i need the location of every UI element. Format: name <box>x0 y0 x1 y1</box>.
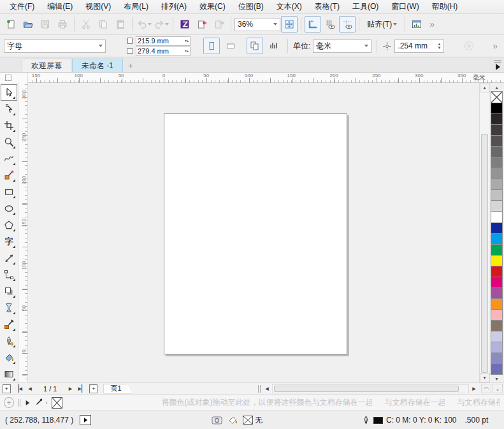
horizontal-ruler[interactable]: 毫米 15010050050100150200250300350 <box>28 73 504 83</box>
page-height-input[interactable]: 279.4 mm ▾▴ <box>136 47 191 56</box>
color-swatch[interactable] <box>491 353 502 364</box>
horizontal-scrollbar[interactable]: ◂ ▸ <box>258 384 479 393</box>
menu-item[interactable]: 视图(V) <box>80 0 117 13</box>
text-tool[interactable]: 字 <box>1 233 17 250</box>
add-button[interactable] <box>461 38 477 54</box>
spinner-arrows-icon[interactable]: ▲▼ <box>437 42 441 50</box>
page-width-input[interactable]: 215.9 mm ▾▴ <box>136 36 191 46</box>
color-swatch[interactable] <box>491 331 502 342</box>
shape-tool[interactable] <box>1 101 17 117</box>
document-no-color-swatch[interactable] <box>52 397 62 409</box>
scroll-down-button[interactable]: ▾ <box>480 373 490 382</box>
cut-button[interactable] <box>78 16 94 33</box>
import-button[interactable] <box>194 16 210 33</box>
menu-item[interactable]: 帮助(H) <box>426 0 464 13</box>
color-swatch[interactable] <box>491 342 502 353</box>
color-swatch[interactable] <box>491 190 502 201</box>
copy-button[interactable] <box>95 16 112 33</box>
transparency-tool[interactable] <box>1 300 17 316</box>
no-color-swatch[interactable] <box>491 92 502 103</box>
menu-item[interactable]: 文件(F) <box>4 0 40 13</box>
add-page-end-button[interactable]: + <box>89 384 97 393</box>
document-page[interactable] <box>164 113 347 354</box>
crop-tool[interactable] <box>1 117 17 134</box>
play-flyout-icon[interactable] <box>80 415 91 425</box>
color-swatch[interactable] <box>491 212 502 222</box>
splitter-handle-icon[interactable] <box>18 399 20 407</box>
all-pages-button[interactable] <box>247 38 263 54</box>
spinner-arrows-icon[interactable]: ▾▴ <box>185 49 189 53</box>
zoom-tool[interactable] <box>1 134 17 150</box>
horizontal-scrollbar-thumb[interactable] <box>274 386 459 392</box>
scroll-right-button[interactable]: ▸ <box>469 384 479 393</box>
tab-untitled-1[interactable]: 未命名 -1 <box>72 59 123 72</box>
undo-button[interactable] <box>136 16 152 33</box>
open-button[interactable] <box>20 16 36 33</box>
pan-icon[interactable]: ◠ <box>481 384 491 393</box>
rectangle-tool[interactable] <box>1 184 17 200</box>
scroll-up-button[interactable]: ▴ <box>480 83 490 92</box>
horizontal-scrollbar-track[interactable] <box>272 384 469 393</box>
color-swatch[interactable] <box>491 364 502 374</box>
color-swatch[interactable] <box>491 168 502 179</box>
landscape-button[interactable] <box>222 38 239 54</box>
fill-status-icon[interactable] <box>227 415 238 425</box>
color-swatch[interactable] <box>491 234 502 245</box>
last-page-button[interactable]: ▸▏ <box>77 384 87 393</box>
menu-item[interactable]: 效果(C) <box>194 0 231 13</box>
menu-item[interactable]: 位图(B) <box>233 0 270 13</box>
page-preset-combo[interactable]: 字母 <box>4 40 106 53</box>
chevron-down-icon[interactable]: ⌄ <box>493 384 503 393</box>
interactive-fill-tool[interactable] <box>1 366 17 382</box>
drag-handle-icon[interactable] <box>494 62 501 63</box>
color-swatch[interactable] <box>491 310 502 321</box>
color-swatch[interactable] <box>491 321 502 331</box>
redo-dropdown-arrow[interactable] <box>165 23 169 25</box>
color-swatch[interactable] <box>491 201 502 212</box>
undo-dropdown-arrow[interactable] <box>148 23 152 25</box>
docker-expand-icon[interactable] <box>496 64 500 70</box>
vertical-scrollbar-thumb[interactable] <box>481 134 488 373</box>
collapse-arrow-icon[interactable]: ‹ <box>46 399 48 406</box>
rulers-toggle-button[interactable] <box>305 16 321 33</box>
zoom-level-combo[interactable]: 36% <box>234 18 280 31</box>
color-swatch[interactable] <box>491 223 502 234</box>
new-document-button[interactable] <box>3 16 19 33</box>
plus-circle-icon[interactable]: + <box>4 397 14 408</box>
connector-tool[interactable] <box>1 266 17 283</box>
color-eyedropper-tool[interactable] <box>1 316 17 333</box>
eyedropper-icon[interactable] <box>34 398 42 407</box>
palette-scroll-up-button[interactable]: ▴ <box>491 84 503 91</box>
first-page-button[interactable]: ▕◂ <box>13 384 23 393</box>
expand-arrow-icon[interactable] <box>25 400 29 405</box>
polygon-tool[interactable] <box>1 217 17 233</box>
color-swatch[interactable] <box>491 125 502 136</box>
search-content-button[interactable] <box>176 16 193 33</box>
guidelines-toggle-button[interactable] <box>339 16 356 33</box>
options-button[interactable] <box>408 16 425 33</box>
scroll-left-button[interactable]: ◂ <box>262 384 272 393</box>
paste-button[interactable] <box>112 16 129 33</box>
snap-menu-button[interactable]: 贴齐(T) <box>363 16 401 33</box>
redo-button[interactable] <box>153 16 169 33</box>
ellipse-tool[interactable] <box>1 200 17 217</box>
color-swatch[interactable] <box>491 266 502 277</box>
freehand-tool[interactable] <box>1 150 17 167</box>
menu-item[interactable]: 编辑(E) <box>41 0 78 13</box>
grid-toggle-button[interactable] <box>322 16 338 33</box>
add-page-start-button[interactable]: + <box>3 384 11 393</box>
menu-item[interactable]: 文本(X) <box>271 0 308 13</box>
parallel-dimension-tool[interactable] <box>1 250 17 266</box>
splitter-handle-icon[interactable] <box>258 385 261 393</box>
color-swatch[interactable] <box>491 256 502 266</box>
units-combo[interactable]: 毫米 <box>313 40 371 53</box>
property-bar-overflow-chevron[interactable]: » <box>489 41 500 51</box>
color-swatch[interactable] <box>491 245 502 256</box>
spinner-arrows-icon[interactable]: ▾▴ <box>185 39 189 43</box>
fill-tool[interactable] <box>1 349 17 366</box>
previous-page-button[interactable]: ◂ <box>25 384 35 393</box>
color-swatch[interactable] <box>491 157 502 168</box>
palette-scroll-down-button[interactable]: ▾ <box>491 375 503 382</box>
tab-welcome-screen[interactable]: 欢迎屏幕 <box>22 59 71 72</box>
current-page-button[interactable] <box>266 38 282 54</box>
